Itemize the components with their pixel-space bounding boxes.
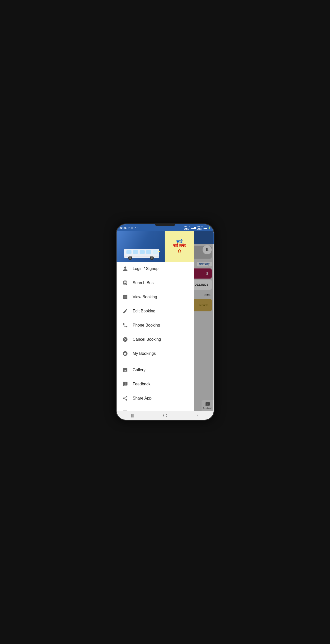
svg-rect-7 xyxy=(153,250,158,254)
phone-frame: 20:26 ↗ ◎ ✓ • VoLTELTE1 ▂▄▆ VoLTELTE2 ▂▄… xyxy=(116,224,214,420)
menu-item-view-booking[interactable]: View Booking xyxy=(117,290,194,304)
menu-divider xyxy=(117,362,194,362)
back-arrow-icon xyxy=(196,414,199,417)
drawer-overlay[interactable] xyxy=(194,231,214,411)
phone-screen: 20:26 ↗ ◎ ✓ • VoLTELTE1 ▂▄▆ VoLTELTE2 ▂▄… xyxy=(117,224,214,420)
bus-icon xyxy=(122,279,129,286)
menu-item-gallery[interactable]: Gallery xyxy=(117,363,194,377)
menu-label-login: Login / Signup xyxy=(133,266,159,271)
signal-icon-1: ↗ xyxy=(128,227,130,229)
signal-bars-2: ▂▄ xyxy=(204,227,207,229)
nav-back-button[interactable] xyxy=(192,412,203,419)
nav-home-button[interactable] xyxy=(160,412,170,419)
svg-rect-5 xyxy=(140,250,145,254)
app-logo-subtext: साई आनंद xyxy=(173,244,186,248)
main-area: ⇅ Next day S DELINES ers scounts xyxy=(117,231,214,411)
menu-section-1: Login / Signup Search Bus xyxy=(117,262,194,411)
menu-item-feedback[interactable]: Feedback xyxy=(117,377,194,391)
person-icon xyxy=(122,265,129,272)
svg-point-14 xyxy=(163,414,167,417)
gallery-icon xyxy=(122,366,129,374)
app-logo-text: साई xyxy=(176,239,182,244)
drawer-header: साई साई आनंद ✿ xyxy=(117,231,194,262)
menu-item-search-bus[interactable]: Search Bus xyxy=(117,276,194,290)
svg-rect-6 xyxy=(146,250,151,254)
volte1-label: VoLTELTE1 xyxy=(184,226,190,230)
menu-item-contact-us[interactable]: Contact Us xyxy=(117,405,194,411)
menu-item-phone-booking[interactable]: Phone Booking xyxy=(117,318,194,332)
status-left: 20:26 ↗ ◎ ✓ • xyxy=(120,226,139,230)
status-right: VoLTELTE1 ▂▄▆ VoLTELTE2 ▂▄ 🔋 xyxy=(184,226,210,230)
svg-point-11 xyxy=(151,257,153,259)
phone-icon xyxy=(122,322,129,329)
contact-icon xyxy=(122,409,129,411)
edit-icon xyxy=(122,308,129,315)
bus-illustration xyxy=(121,245,162,260)
time-display: 20:26 xyxy=(120,226,127,229)
drawer-bus-area xyxy=(117,231,167,262)
menu-item-share-app[interactable]: Share App xyxy=(117,391,194,405)
menu-label-my-bookings: My Bookings xyxy=(133,351,156,356)
menu-label-search-bus: Search Bus xyxy=(133,281,154,285)
svg-rect-3 xyxy=(126,250,131,254)
dot-icon: • xyxy=(138,226,139,229)
bus-image xyxy=(117,231,167,262)
star-icon xyxy=(122,350,129,357)
home-circle-icon xyxy=(163,413,167,418)
battery-icon: 🔋 xyxy=(208,227,211,229)
menu-label-feedback: Feedback xyxy=(133,382,150,386)
menu-item-cancel-booking[interactable]: Cancel Booking xyxy=(117,332,194,346)
drawer-logo-area: साई साई आनंद ✿ xyxy=(165,231,194,262)
feedback-icon xyxy=(122,381,129,388)
svg-rect-13 xyxy=(158,251,160,252)
receipt-icon xyxy=(122,293,129,301)
svg-point-9 xyxy=(129,257,131,259)
svg-rect-4 xyxy=(133,250,138,254)
menu-item-edit-booking[interactable]: Edit Booking xyxy=(117,304,194,318)
menu-item-login-signup[interactable]: Login / Signup xyxy=(117,262,194,276)
eye-icon: ◎ xyxy=(131,226,133,230)
shield-icon: ✓ xyxy=(134,226,137,230)
menu-label-view-booking: View Booking xyxy=(133,295,157,299)
navigation-drawer: साई साई आनंद ✿ L xyxy=(117,231,194,411)
menu-label-share-app: Share App xyxy=(133,396,152,401)
share-icon xyxy=(122,395,129,402)
signal-bars-1: ▂▄▆ xyxy=(191,227,196,229)
menu-label-gallery: Gallery xyxy=(133,368,146,372)
menu-label-contact-us: Contact Us xyxy=(133,410,153,411)
volte2-label: VoLTELTE2 xyxy=(197,226,203,230)
phone-notch xyxy=(155,224,175,226)
svg-rect-12 xyxy=(124,256,159,257)
cancel-icon xyxy=(122,336,129,343)
logo-flower-icon: ✿ xyxy=(178,248,181,254)
menu-label-phone-booking: Phone Booking xyxy=(133,323,160,328)
nav-menu-button[interactable]: ||| xyxy=(128,412,138,419)
menu-label-edit-booking: Edit Booking xyxy=(133,309,156,313)
menu-item-my-bookings[interactable]: My Bookings xyxy=(117,346,194,361)
menu-label-cancel-booking: Cancel Booking xyxy=(133,337,161,342)
bottom-nav-bar: ||| xyxy=(117,411,214,420)
